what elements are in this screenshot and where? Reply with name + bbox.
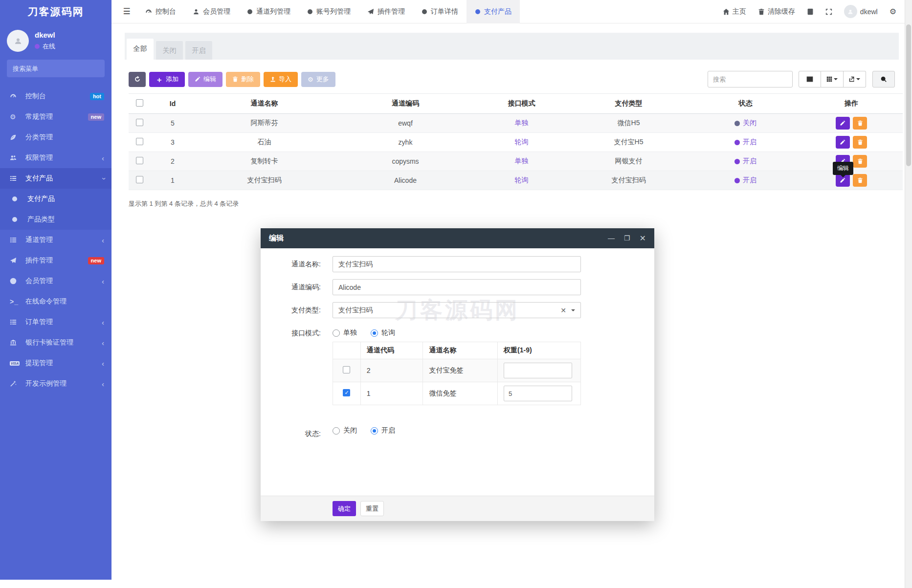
select-all-checkbox[interactable] <box>136 99 143 107</box>
import-button[interactable]: 导入 <box>264 72 298 87</box>
topnav-dashboard[interactable]: 控制台 <box>137 0 184 23</box>
sidebar-item-category[interactable]: 分类管理 <box>0 127 111 148</box>
topnav-order-detail[interactable]: 订单详情 <box>413 0 467 23</box>
col-header-status[interactable]: 状态 <box>691 94 800 114</box>
refresh-button[interactable] <box>129 72 146 87</box>
close-icon[interactable]: ✕ <box>640 235 646 242</box>
delete-button[interactable]: 删除 <box>226 72 260 87</box>
topnav-payment-products[interactable]: 支付产品 <box>467 0 520 23</box>
sub-col-code: 通道代码 <box>360 342 423 359</box>
sidebar-item-dashboard[interactable]: 控制台 hot <box>0 86 111 107</box>
menu-search-input[interactable] <box>13 65 99 72</box>
edit-modal: 编辑 — ❐ ✕ 刀客源码网 通道名称: 通道编码: 支付类型: 支付宝扫码 <box>261 228 654 521</box>
status-option-closed[interactable]: 关闭 <box>333 426 357 435</box>
hamburger-icon[interactable]: ☰ <box>116 6 137 17</box>
col-header-id[interactable]: Id <box>151 94 195 114</box>
radio-icon[interactable] <box>371 427 378 435</box>
sub-row-checkbox[interactable] <box>343 366 350 373</box>
status-badge[interactable]: 开启 <box>734 157 756 166</box>
row-checkbox[interactable] <box>136 176 143 183</box>
sidebar-item-withdrawals[interactable]: VISA 提现管理 ‹ <box>0 353 111 373</box>
export-button[interactable] <box>844 71 866 87</box>
topnav-label: 订单详情 <box>431 7 458 16</box>
mode-link[interactable]: 轮询 <box>515 138 529 146</box>
columns-button[interactable] <box>821 71 844 87</box>
table-search-input[interactable] <box>708 71 793 87</box>
edit-button[interactable]: 编辑 <box>188 72 222 87</box>
docs-button[interactable] <box>807 8 814 15</box>
col-header-name[interactable]: 通道名称 <box>195 94 334 114</box>
modal-header[interactable]: 编辑 — ❐ ✕ <box>261 228 654 248</box>
sidebar-item-plugins[interactable]: 插件管理 new <box>0 250 111 271</box>
avatar[interactable] <box>7 30 29 52</box>
row-delete-button[interactable] <box>853 155 867 168</box>
mode-link[interactable]: 单独 <box>515 157 529 165</box>
sidebar-item-general[interactable]: ⚙ 常规管理 new <box>0 107 111 127</box>
mode-link[interactable]: 轮询 <box>515 176 529 184</box>
sidebar-item-payment-products[interactable]: 支付产品 ‹ <box>0 168 111 189</box>
sidebar-item-orders[interactable]: 订单管理 ‹ <box>0 312 111 332</box>
home-button[interactable]: 主页 <box>723 7 746 16</box>
sidebar-item-bankcard-verify[interactable]: 银行卡验证管理 ‹ <box>0 332 111 353</box>
user-circle-icon <box>10 278 22 284</box>
sub-row-checkbox[interactable] <box>343 389 350 396</box>
row-delete-button[interactable] <box>853 174 867 187</box>
add-button[interactable]: ＋添加 <box>149 72 185 87</box>
tab-open[interactable]: 开启 <box>185 41 212 60</box>
status-badge[interactable]: 关闭 <box>734 119 756 128</box>
more-button[interactable]: ⚙更多 <box>301 72 335 87</box>
search-button[interactable] <box>872 71 895 87</box>
col-header-type[interactable]: 支付类型 <box>566 94 691 114</box>
col-header-code[interactable]: 通道编码 <box>334 94 477 114</box>
mode-option-polling[interactable]: 轮询 <box>371 328 395 337</box>
confirm-button[interactable]: 确定 <box>333 501 356 516</box>
topnav-label: 控制台 <box>156 7 176 16</box>
sidebar-item-product-types[interactable]: 产品类型 <box>0 209 111 230</box>
row-edit-button[interactable] <box>836 136 850 149</box>
status-badge[interactable]: 开启 <box>734 176 756 185</box>
maximize-icon[interactable]: ❐ <box>624 235 630 242</box>
channel-code-input[interactable] <box>333 279 581 295</box>
topnav-account-list[interactable]: 账号列管理 <box>299 0 359 23</box>
menu-search[interactable] <box>7 60 105 77</box>
sidebar-item-permissions[interactable]: 权限管理 ‹ <box>0 148 111 168</box>
user-menu[interactable]: dkewl <box>844 5 878 18</box>
scrollbar-thumb[interactable] <box>906 24 911 166</box>
channel-name-input[interactable] <box>333 256 581 272</box>
status-option-open[interactable]: 开启 <box>371 426 395 435</box>
sidebar-item-members[interactable]: 会员管理 ‹ <box>0 271 111 291</box>
weight-input[interactable] <box>504 363 572 378</box>
radio-icon[interactable] <box>333 427 340 435</box>
settings-gear-icon[interactable]: ⚙ <box>890 7 896 16</box>
radio-icon[interactable] <box>371 329 378 337</box>
minimize-icon[interactable]: — <box>608 235 615 242</box>
weight-input[interactable] <box>504 386 572 401</box>
clear-cache-button[interactable]: 清除缓存 <box>758 7 795 16</box>
mode-option-single[interactable]: 单独 <box>333 328 357 337</box>
row-edit-button[interactable] <box>836 117 850 130</box>
row-delete-button[interactable] <box>853 117 867 130</box>
sidebar-item-online-commands[interactable]: >_ 在线命令管理 <box>0 291 111 312</box>
topnav-plugins[interactable]: 插件管理 <box>359 0 413 23</box>
reset-button[interactable]: 重置 <box>360 501 384 516</box>
fullscreen-button[interactable] <box>825 8 832 15</box>
topnav-channel-list[interactable]: 通道列管理 <box>239 0 299 23</box>
radio-icon[interactable] <box>333 329 340 337</box>
pay-type-select[interactable]: 支付宝扫码 ✕ <box>333 302 581 318</box>
mode-link[interactable]: 单独 <box>515 119 529 127</box>
row-checkbox[interactable] <box>136 138 143 145</box>
row-checkbox[interactable] <box>136 157 143 164</box>
tab-closed[interactable]: 关闭 <box>156 41 183 60</box>
tab-all[interactable]: 全部 <box>127 39 154 60</box>
sidebar-item-channels[interactable]: 通道管理 ‹ <box>0 230 111 250</box>
sidebar-item-dev-examples[interactable]: 开发示例管理 ‹ <box>0 373 111 394</box>
row-checkbox[interactable] <box>136 119 143 126</box>
status-badge[interactable]: 开启 <box>734 138 756 147</box>
row-delete-button[interactable] <box>853 136 867 149</box>
detail-view-button[interactable] <box>799 71 821 87</box>
scrollbar[interactable] <box>905 0 912 588</box>
col-header-mode[interactable]: 接口模式 <box>477 94 566 114</box>
clear-icon[interactable]: ✕ <box>560 306 566 314</box>
sidebar-item-payment-products-sub[interactable]: 支付产品 <box>0 189 111 209</box>
topnav-members[interactable]: 会员管理 <box>184 0 239 23</box>
